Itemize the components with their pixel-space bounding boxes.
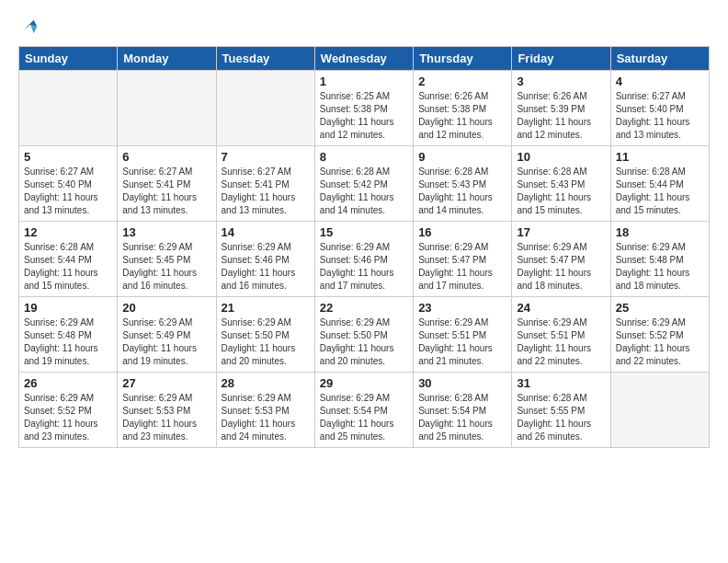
day-info: Sunrise: 6:29 AMSunset: 5:48 PMDaylight:… — [616, 241, 704, 293]
day-info: Sunrise: 6:27 AMSunset: 5:40 PMDaylight:… — [616, 90, 704, 142]
day-number: 13 — [122, 225, 210, 239]
calendar-cell: 20Sunrise: 6:29 AMSunset: 5:49 PMDayligh… — [118, 297, 216, 373]
day-info: Sunrise: 6:29 AMSunset: 5:53 PMDaylight:… — [222, 392, 310, 443]
day-info: Sunrise: 6:29 AMSunset: 5:54 PMDaylight:… — [320, 392, 408, 443]
day-info: Sunrise: 6:29 AMSunset: 5:51 PMDaylight:… — [418, 316, 506, 368]
calendar-cell: 8Sunrise: 6:28 AMSunset: 5:42 PMDaylight… — [314, 146, 413, 222]
day-info: Sunrise: 6:29 AMSunset: 5:49 PMDaylight:… — [122, 316, 210, 368]
calendar-cell: 12Sunrise: 6:28 AMSunset: 5:44 PMDayligh… — [19, 222, 118, 297]
day-info: Sunrise: 6:29 AMSunset: 5:46 PMDaylight:… — [320, 241, 408, 293]
calendar-cell: 31Sunrise: 6:28 AMSunset: 5:55 PMDayligh… — [512, 373, 610, 448]
day-info: Sunrise: 6:27 AMSunset: 5:40 PMDaylight:… — [24, 166, 112, 217]
day-info: Sunrise: 6:29 AMSunset: 5:52 PMDaylight:… — [24, 392, 112, 443]
day-number: 6 — [122, 150, 210, 164]
calendar-cell: 6Sunrise: 6:27 AMSunset: 5:41 PMDaylight… — [118, 146, 216, 222]
day-number: 16 — [418, 225, 506, 239]
calendar-cell: 10Sunrise: 6:28 AMSunset: 5:43 PMDayligh… — [512, 146, 610, 222]
day-info: Sunrise: 6:28 AMSunset: 5:44 PMDaylight:… — [24, 241, 112, 293]
day-number: 30 — [418, 376, 506, 390]
calendar-cell — [610, 373, 709, 448]
day-number: 12 — [24, 225, 112, 239]
calendar-cell: 23Sunrise: 6:29 AMSunset: 5:51 PMDayligh… — [414, 297, 512, 373]
page: SundayMondayTuesdayWednesdayThursdayFrid… — [0, 0, 728, 457]
day-info: Sunrise: 6:26 AMSunset: 5:38 PMDaylight:… — [418, 90, 506, 142]
week-row-5: 26Sunrise: 6:29 AMSunset: 5:52 PMDayligh… — [19, 373, 710, 448]
calendar-cell: 2Sunrise: 6:26 AMSunset: 5:38 PMDaylight… — [414, 71, 512, 146]
calendar-cell: 15Sunrise: 6:29 AMSunset: 5:46 PMDayligh… — [314, 222, 413, 297]
day-number: 3 — [517, 75, 605, 88]
weekday-header-tuesday: Tuesday — [216, 47, 314, 71]
day-info: Sunrise: 6:29 AMSunset: 5:45 PMDaylight:… — [122, 241, 210, 293]
day-number: 17 — [517, 225, 605, 239]
calendar-cell: 30Sunrise: 6:28 AMSunset: 5:54 PMDayligh… — [414, 373, 512, 448]
weekday-header-monday: Monday — [118, 47, 216, 71]
day-info: Sunrise: 6:27 AMSunset: 5:41 PMDaylight:… — [122, 166, 210, 217]
weekday-header-saturday: Saturday — [610, 47, 709, 71]
day-number: 8 — [320, 150, 408, 164]
calendar-cell — [118, 71, 216, 146]
calendar-cell: 13Sunrise: 6:29 AMSunset: 5:45 PMDayligh… — [118, 222, 216, 297]
day-info: Sunrise: 6:29 AMSunset: 5:50 PMDaylight:… — [222, 316, 310, 368]
day-number: 23 — [418, 301, 506, 315]
calendar-cell: 29Sunrise: 6:29 AMSunset: 5:54 PMDayligh… — [314, 373, 413, 448]
day-number: 29 — [320, 376, 408, 390]
calendar-cell: 3Sunrise: 6:26 AMSunset: 5:39 PMDaylight… — [512, 71, 610, 146]
day-info: Sunrise: 6:29 AMSunset: 5:48 PMDaylight:… — [24, 316, 112, 368]
day-number: 24 — [517, 301, 605, 315]
calendar: SundayMondayTuesdayWednesdayThursdayFrid… — [18, 46, 710, 448]
calendar-cell: 22Sunrise: 6:29 AMSunset: 5:50 PMDayligh… — [314, 297, 413, 373]
day-number: 7 — [222, 150, 310, 164]
day-number: 10 — [517, 150, 605, 164]
day-number: 18 — [616, 225, 704, 239]
weekday-header-sunday: Sunday — [19, 47, 118, 71]
calendar-cell: 9Sunrise: 6:28 AMSunset: 5:43 PMDaylight… — [414, 146, 512, 222]
calendar-cell: 5Sunrise: 6:27 AMSunset: 5:40 PMDaylight… — [19, 146, 118, 222]
day-info: Sunrise: 6:26 AMSunset: 5:39 PMDaylight:… — [517, 90, 605, 142]
day-number: 27 — [122, 376, 210, 390]
week-row-2: 5Sunrise: 6:27 AMSunset: 5:40 PMDaylight… — [19, 146, 710, 222]
day-info: Sunrise: 6:29 AMSunset: 5:50 PMDaylight:… — [320, 316, 408, 368]
day-info: Sunrise: 6:28 AMSunset: 5:42 PMDaylight:… — [320, 166, 408, 217]
calendar-cell: 19Sunrise: 6:29 AMSunset: 5:48 PMDayligh… — [19, 297, 118, 373]
calendar-cell: 18Sunrise: 6:29 AMSunset: 5:48 PMDayligh… — [610, 222, 709, 297]
logo-icon — [20, 17, 40, 37]
weekday-header-thursday: Thursday — [414, 47, 512, 71]
day-number: 2 — [418, 75, 506, 88]
day-number: 28 — [222, 376, 310, 390]
week-row-4: 19Sunrise: 6:29 AMSunset: 5:48 PMDayligh… — [19, 297, 710, 373]
calendar-cell: 11Sunrise: 6:28 AMSunset: 5:44 PMDayligh… — [610, 146, 709, 222]
calendar-cell: 17Sunrise: 6:29 AMSunset: 5:47 PMDayligh… — [512, 222, 610, 297]
weekday-header-wednesday: Wednesday — [314, 47, 413, 71]
day-info: Sunrise: 6:29 AMSunset: 5:51 PMDaylight:… — [517, 316, 605, 368]
calendar-cell: 21Sunrise: 6:29 AMSunset: 5:50 PMDayligh… — [216, 297, 314, 373]
day-info: Sunrise: 6:25 AMSunset: 5:38 PMDaylight:… — [320, 90, 408, 142]
day-number: 21 — [222, 301, 310, 315]
calendar-cell: 14Sunrise: 6:29 AMSunset: 5:46 PMDayligh… — [216, 222, 314, 297]
calendar-cell: 1Sunrise: 6:25 AMSunset: 5:38 PMDaylight… — [314, 71, 413, 146]
day-number: 11 — [616, 150, 704, 164]
day-number: 26 — [24, 376, 112, 390]
day-number: 5 — [24, 150, 112, 164]
logo — [18, 17, 40, 37]
week-row-3: 12Sunrise: 6:28 AMSunset: 5:44 PMDayligh… — [19, 222, 710, 297]
header — [18, 17, 710, 37]
calendar-cell: 26Sunrise: 6:29 AMSunset: 5:52 PMDayligh… — [19, 373, 118, 448]
day-number: 20 — [122, 301, 210, 315]
calendar-cell: 25Sunrise: 6:29 AMSunset: 5:52 PMDayligh… — [610, 297, 709, 373]
weekday-header-friday: Friday — [512, 47, 610, 71]
day-number: 15 — [320, 225, 408, 239]
day-info: Sunrise: 6:28 AMSunset: 5:43 PMDaylight:… — [517, 166, 605, 217]
day-number: 4 — [616, 75, 704, 88]
day-number: 9 — [418, 150, 506, 164]
calendar-cell: 24Sunrise: 6:29 AMSunset: 5:51 PMDayligh… — [512, 297, 610, 373]
calendar-cell — [19, 71, 118, 146]
day-info: Sunrise: 6:27 AMSunset: 5:41 PMDaylight:… — [222, 166, 310, 217]
day-info: Sunrise: 6:29 AMSunset: 5:52 PMDaylight:… — [616, 316, 704, 368]
day-info: Sunrise: 6:28 AMSunset: 5:54 PMDaylight:… — [418, 392, 506, 443]
day-info: Sunrise: 6:29 AMSunset: 5:46 PMDaylight:… — [222, 241, 310, 293]
weekday-header-row: SundayMondayTuesdayWednesdayThursdayFrid… — [19, 47, 710, 71]
calendar-cell: 16Sunrise: 6:29 AMSunset: 5:47 PMDayligh… — [414, 222, 512, 297]
week-row-1: 1Sunrise: 6:25 AMSunset: 5:38 PMDaylight… — [19, 71, 710, 146]
calendar-cell — [216, 71, 314, 146]
calendar-cell: 27Sunrise: 6:29 AMSunset: 5:53 PMDayligh… — [118, 373, 216, 448]
